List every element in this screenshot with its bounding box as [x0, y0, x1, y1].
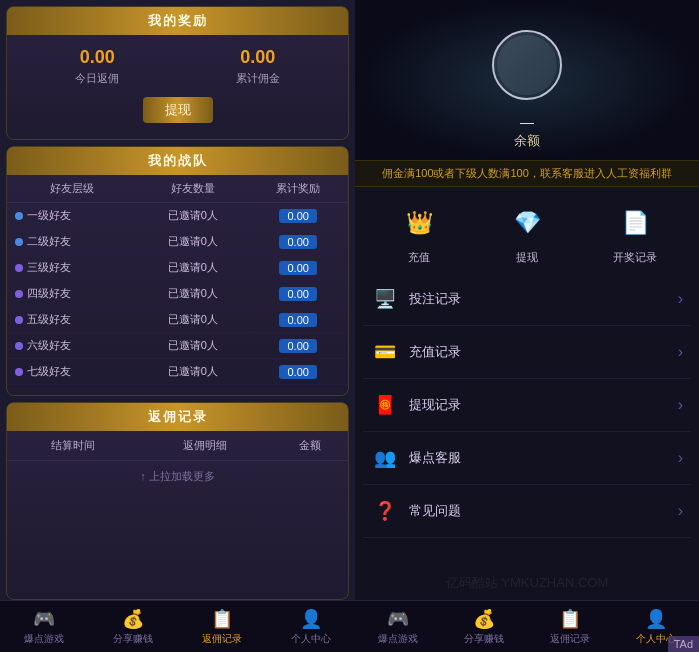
menu-item[interactable]: ❓ 常见问题 ›	[363, 485, 691, 538]
team-section: 我的战队 好友层级 好友数量 累计奖励 一级好友 已邀请0人 0.00	[6, 146, 349, 396]
rewards-row: 0.00 今日返佣 0.00 累计佣金	[7, 35, 348, 91]
col-reward: 累计奖励	[248, 175, 348, 203]
friend-level-cell: 六级好友	[7, 333, 137, 359]
right-game-label: 爆点游戏	[378, 632, 418, 646]
game-label: 爆点游戏	[24, 632, 64, 646]
right-game-icon: 🎮	[387, 608, 409, 630]
right-records-label: 返佣记录	[550, 632, 590, 646]
load-more[interactable]: ↑ 上拉加载更多	[7, 461, 348, 486]
friend-level-cell: 三级好友	[7, 255, 137, 281]
records-section: 返佣记录 结算时间 返佣明细 金额 ↑ 上拉加载更多	[6, 402, 349, 600]
records-title: 返佣记录	[7, 403, 348, 431]
menu-item[interactable]: 🖥️ 投注记录 ›	[363, 273, 691, 326]
team-row: 六级好友 已邀请0人 0.00	[7, 333, 348, 359]
friend-count: 已邀请0人	[137, 307, 248, 333]
quick-withdraw[interactable]: 💎 提现	[505, 201, 549, 265]
quick-lottery[interactable]: 📄 开奖记录	[613, 201, 657, 265]
profile-icon: 👤	[300, 608, 322, 630]
menu-item-arrow: ›	[678, 396, 683, 414]
menu-item-text: 投注记录	[409, 290, 678, 308]
friend-count: 已邀请0人	[137, 203, 248, 229]
friend-level-cell: 七级好友	[7, 359, 137, 385]
team-row: 七级好友 已邀请0人 0.00	[7, 359, 348, 385]
tad-badge: TAd	[668, 636, 699, 652]
menu-item-arrow: ›	[678, 343, 683, 361]
col-detail: 返佣明细	[139, 431, 271, 461]
friend-count: 已邀请0人	[137, 229, 248, 255]
menu-item-icon: 💳	[371, 338, 399, 366]
friend-count: 已邀请0人	[137, 255, 248, 281]
menu-item-text: 充值记录	[409, 343, 678, 361]
level-text: 一级好友	[27, 208, 71, 223]
notice-bar: 佣金满100或者下级人数满100，联系客服进入人工资福利群	[355, 160, 699, 187]
today-label: 今日返佣	[75, 71, 119, 86]
bottom-nav-left: 🎮 爆点游戏 💰 分享赚钱 📋 返佣记录 👤 个人中心	[0, 600, 355, 652]
level-text: 五级好友	[27, 312, 71, 327]
friend-level-cell: 一级好友	[7, 203, 137, 229]
total-reward: 0.00 累计佣金	[236, 47, 280, 86]
menu-item[interactable]: 👥 爆点客服 ›	[363, 432, 691, 485]
recharge-icon-wrap: 👑	[397, 201, 441, 245]
right-profile-icon: 👤	[645, 608, 667, 630]
total-label: 累计佣金	[236, 71, 280, 86]
hero-area: — 余额	[355, 0, 699, 160]
nav-share[interactable]: 💰 分享赚钱	[89, 601, 178, 652]
left-panel: 我的奖励 0.00 今日返佣 0.00 累计佣金 提现 我的战队 好友层级 好友…	[0, 0, 355, 652]
menu-item[interactable]: 🧧 提现记录 ›	[363, 379, 691, 432]
lottery-icon-wrap: 📄	[613, 201, 657, 245]
level-text: 六级好友	[27, 338, 71, 353]
team-table: 好友层级 好友数量 累计奖励 一级好友 已邀请0人 0.00	[7, 175, 348, 385]
menu-item-text: 爆点客服	[409, 449, 678, 467]
bottom-nav-right: 🎮 爆点游戏 💰 分享赚钱 📋 返佣记录 👤 个人中心	[355, 600, 699, 652]
records-nav-label: 返佣记录	[202, 632, 242, 646]
right-nav-share[interactable]: 💰 分享赚钱	[441, 601, 527, 652]
level-text: 三级好友	[27, 260, 71, 275]
menu-item-text: 常见问题	[409, 502, 678, 520]
withdraw-button[interactable]: 提现	[143, 97, 213, 123]
today-value: 0.00	[75, 47, 119, 68]
user-dash: —	[520, 114, 534, 130]
nav-records[interactable]: 📋 返佣记录	[178, 601, 267, 652]
right-share-icon: 💰	[473, 608, 495, 630]
quick-recharge[interactable]: 👑 充值	[397, 201, 441, 265]
team-row: 二级好友 已邀请0人 0.00	[7, 229, 348, 255]
right-panel: — 余额 佣金满100或者下级人数满100，联系客服进入人工资福利群 👑 充值 …	[355, 0, 699, 652]
balance-label: 余额	[514, 132, 540, 150]
friend-reward: 0.00	[248, 333, 348, 359]
team-title: 我的战队	[7, 147, 348, 175]
share-label: 分享赚钱	[113, 632, 153, 646]
menu-item-arrow: ›	[678, 502, 683, 520]
col-time: 结算时间	[7, 431, 139, 461]
menu-item-icon: 🖥️	[371, 285, 399, 313]
rewards-section: 我的奖励 0.00 今日返佣 0.00 累计佣金 提现	[6, 6, 349, 140]
nav-profile[interactable]: 👤 个人中心	[266, 601, 355, 652]
rewards-title: 我的奖励	[7, 7, 348, 35]
col-count: 好友数量	[137, 175, 248, 203]
friend-reward: 0.00	[248, 229, 348, 255]
withdraw-icon-wrap: 💎	[505, 201, 549, 245]
records-icon: 📋	[211, 608, 233, 630]
share-icon: 💰	[122, 608, 144, 630]
menu-item-icon: 🧧	[371, 391, 399, 419]
menu-item[interactable]: 💳 充值记录 ›	[363, 326, 691, 379]
friend-level-cell: 四级好友	[7, 281, 137, 307]
right-share-label: 分享赚钱	[464, 632, 504, 646]
level-text: 七级好友	[27, 364, 71, 379]
friend-level-cell: 五级好友	[7, 307, 137, 333]
friend-reward: 0.00	[248, 307, 348, 333]
avatar	[492, 30, 562, 100]
team-row: 一级好友 已邀请0人 0.00	[7, 203, 348, 229]
friend-reward: 0.00	[248, 255, 348, 281]
right-nav-records[interactable]: 📋 返佣记录	[527, 601, 613, 652]
recharge-label: 充值	[408, 250, 430, 265]
friend-reward: 0.00	[248, 203, 348, 229]
col-amount: 金额	[272, 431, 348, 461]
menu-item-text: 提现记录	[409, 396, 678, 414]
right-nav-game[interactable]: 🎮 爆点游戏	[355, 601, 441, 652]
avatar-inner	[497, 35, 557, 95]
menu-item-icon: 👥	[371, 444, 399, 472]
nav-game[interactable]: 🎮 爆点游戏	[0, 601, 89, 652]
quick-actions: 👑 充值 💎 提现 📄 开奖记录	[355, 187, 699, 273]
menu-list: 🖥️ 投注记录 › 💳 充值记录 › 🧧 提现记录 › 👥 爆点客服 › ❓ 常…	[355, 273, 699, 600]
team-row: 三级好友 已邀请0人 0.00	[7, 255, 348, 281]
